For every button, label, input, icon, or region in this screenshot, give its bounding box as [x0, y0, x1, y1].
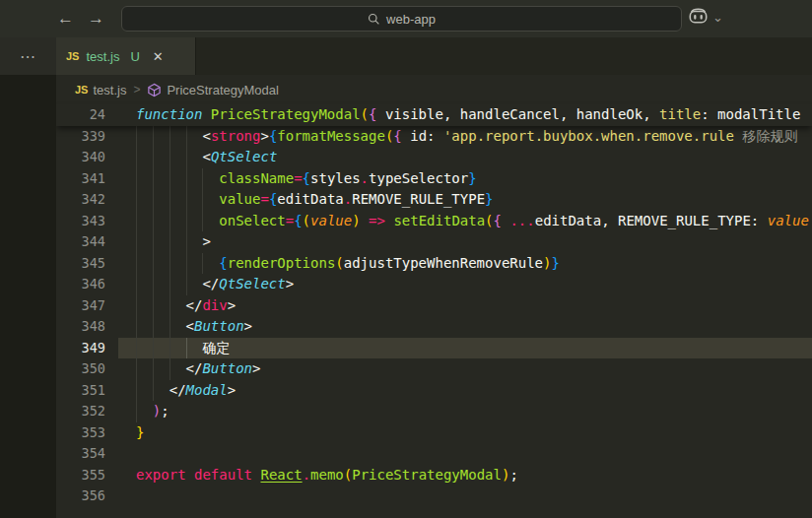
breadcrumb-symbol[interactable]: PriceStrategyModal	[147, 83, 278, 97]
search-label: web-app	[386, 12, 436, 27]
code-line-350: 350 </Button>	[56, 358, 812, 380]
code-line-content[interactable]: </QtSelect>	[118, 274, 812, 295]
code-editor: JS test.js > PriceStrategyModal 24functi…	[56, 75, 812, 518]
indent-guide	[136, 231, 137, 253]
sticky-scroll-line[interactable]: 24function PriceStrategyModal({ visible,…	[56, 104, 812, 126]
code-line-content[interactable]: );	[118, 401, 812, 422]
indent-guide	[153, 295, 154, 317]
indent-guide	[136, 401, 137, 422]
indent-guide	[186, 253, 187, 275]
code-line-content[interactable]: <strong>{formatMessage({ id: 'app.report…	[118, 126, 812, 148]
git-status-badge: U	[130, 49, 139, 64]
indent-guide	[153, 168, 154, 190]
line-number: 353	[56, 422, 118, 444]
line-number: 347	[56, 295, 118, 317]
indent-guide	[136, 316, 137, 338]
indent-guide	[169, 295, 170, 317]
copilot-menu-button[interactable]: ⌄	[688, 8, 723, 27]
code-line-content[interactable]	[118, 443, 812, 465]
ellipsis-icon: ⋯	[20, 47, 36, 66]
code-line-354: 354	[56, 443, 812, 465]
indent-guide	[169, 316, 170, 338]
code-line-content[interactable]: >	[118, 231, 812, 253]
line-number: 350	[56, 358, 118, 380]
breadcrumb-symbol-label: PriceStrategyModal	[167, 83, 278, 97]
indent-guide	[153, 274, 154, 295]
tab-filename: test.js	[86, 49, 119, 64]
indent-guide	[153, 380, 154, 402]
line-number: 354	[56, 443, 118, 465]
line-number: 340	[56, 147, 118, 168]
breadcrumb-separator: >	[133, 83, 140, 97]
indent-guide	[186, 189, 187, 211]
line-number: 345	[56, 253, 118, 275]
indent-guide	[202, 168, 203, 190]
code-line-content[interactable]: export default React.memo(PriceStrategyM…	[118, 465, 812, 486]
breadcrumb-file-label: test.js	[93, 83, 126, 97]
indent-guide	[153, 126, 154, 148]
code-line-content[interactable]: <Button>	[118, 316, 812, 338]
code-line-352: 352 );	[56, 401, 812, 422]
indent-guide	[136, 274, 137, 295]
indent-guide	[169, 168, 170, 190]
editor-actions-overflow-button[interactable]: ⋯	[0, 37, 56, 75]
indent-guide	[136, 168, 137, 190]
indent-guide	[169, 253, 170, 275]
code-line-342: 342 value={editData.REMOVE_RULE_TYPE}	[56, 189, 812, 211]
line-number: 349	[56, 338, 118, 359]
code-line-content[interactable]: <QtSelect	[118, 147, 812, 168]
indent-guide	[169, 358, 170, 380]
indent-guide	[186, 211, 187, 232]
code-line-content[interactable]: value={editData.REMOVE_RULE_TYPE}	[118, 189, 812, 211]
code-line-347: 347 </div>	[56, 295, 812, 317]
indent-guide	[169, 338, 170, 359]
line-number: 24	[56, 104, 118, 126]
nav-back-icon[interactable]: ←	[57, 9, 74, 29]
code-line-345: 345 {renderOptions(adjustTypeWhenRemoveR…	[56, 253, 812, 275]
line-number: 351	[56, 380, 118, 402]
indent-guide	[136, 358, 137, 380]
code-line-content[interactable]: {renderOptions(adjustTypeWhenRemoveRule)…	[118, 253, 812, 275]
code-line-344: 344 >	[56, 231, 812, 253]
code-line-341: 341 className={styles.typeSelector}	[56, 168, 812, 190]
indent-guide	[153, 211, 154, 232]
copilot-icon	[688, 8, 709, 27]
code-line-346: 346 </QtSelect>	[56, 274, 812, 295]
indent-guide	[136, 253, 137, 275]
code-line-content[interactable]: }	[118, 422, 812, 444]
close-icon[interactable]: ✕	[153, 49, 164, 64]
code-line-content[interactable]: </div>	[118, 295, 812, 317]
tab-testjs[interactable]: JS test.js U ✕	[56, 37, 196, 75]
code-line-content[interactable]: function PriceStrategyModal({ visible, h…	[118, 104, 812, 126]
indent-guide	[202, 253, 203, 275]
code-line-content[interactable]: onSelect={(value) => setEditData({ ...ed…	[118, 211, 812, 232]
js-file-icon: JS	[75, 84, 88, 96]
indent-guide	[202, 211, 203, 232]
nav-forward-icon[interactable]: →	[88, 9, 104, 29]
chevron-down-icon: ⌄	[712, 13, 723, 23]
code-line-content[interactable]	[118, 486, 812, 507]
line-number: 343	[56, 211, 118, 232]
command-center-search[interactable]: web-app	[121, 6, 682, 32]
code-line-content[interactable]: className={styles.typeSelector}	[118, 168, 812, 190]
line-number: 356	[56, 486, 118, 507]
js-file-icon: JS	[66, 50, 79, 62]
code-line-339: 339 <strong>{formatMessage({ id: 'app.re…	[56, 126, 812, 148]
breadcrumb-file[interactable]: JS test.js	[75, 83, 126, 97]
indent-guide	[136, 189, 137, 211]
indent-guide	[186, 168, 187, 190]
indent-guide	[136, 126, 137, 148]
code-line-content[interactable]: 确定	[118, 338, 812, 359]
code-line-content[interactable]: </Button>	[118, 358, 812, 380]
indent-guide	[186, 231, 187, 253]
code-line-356: 356	[56, 486, 812, 507]
indent-guide	[136, 338, 137, 359]
indent-guide	[169, 126, 170, 148]
indent-guide	[153, 358, 154, 380]
indent-guide	[186, 338, 187, 359]
symbol-class-icon	[147, 83, 162, 97]
code-line-351: 351 </Modal>	[56, 380, 812, 402]
code-line-content[interactable]: </Modal>	[118, 380, 812, 402]
indent-guide	[169, 231, 170, 253]
code-line-349: 349 确定	[56, 338, 812, 359]
